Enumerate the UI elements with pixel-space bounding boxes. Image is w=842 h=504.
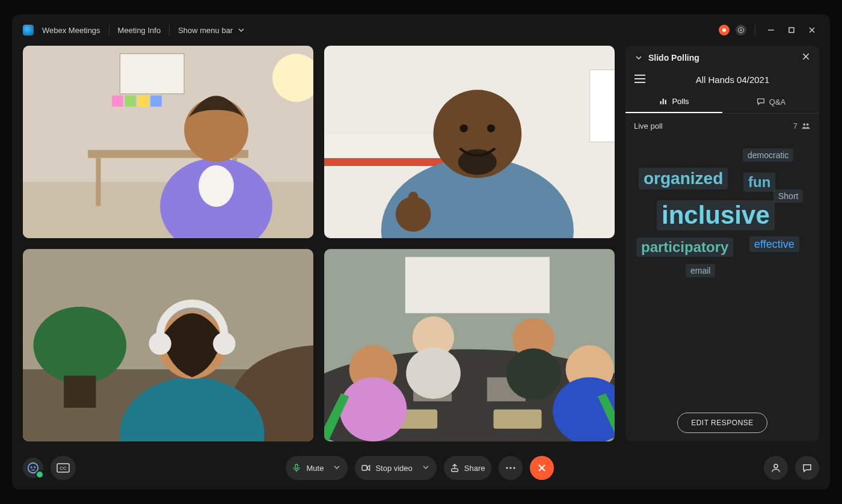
- slido-panel: Slido Polling All Hands 04/2021 Polls: [625, 46, 819, 441]
- svg-point-40: [149, 333, 171, 355]
- wordcloud-word: organized: [639, 168, 728, 189]
- tab-polls-label: Polls: [672, 97, 689, 106]
- panel-title: Slido Polling: [648, 53, 699, 63]
- participant-tile[interactable]: [23, 249, 313, 441]
- panel-menu-button[interactable]: [634, 74, 646, 85]
- tab-qa[interactable]: Q&A: [722, 90, 819, 113]
- bottombar-center: Mute Stop video Share: [286, 456, 553, 480]
- bottombar-left: CC: [23, 456, 76, 480]
- svg-rect-64: [665, 100, 666, 104]
- wordcloud-word: democratic: [743, 149, 793, 162]
- app-window: Webex Meetings Meeting Info Show menu ba…: [12, 14, 830, 490]
- svg-point-35: [34, 307, 127, 384]
- participant-tile[interactable]: [324, 249, 615, 441]
- svg-point-65: [803, 123, 805, 126]
- divider: [169, 25, 170, 35]
- participant-tile[interactable]: [23, 46, 313, 238]
- chevron-down-icon: [332, 463, 342, 472]
- poll-meta: Live poll 7: [625, 114, 819, 138]
- bot-icon: [26, 461, 40, 475]
- cc-icon: CC: [57, 463, 70, 473]
- more-options-button[interactable]: [499, 456, 523, 480]
- record-indicator-icon[interactable]: [719, 25, 730, 35]
- poll-status: Live poll: [634, 121, 663, 131]
- divider: [755, 25, 755, 35]
- wordcloud-word: participatory: [636, 238, 733, 257]
- wordcloud-word: fun: [743, 173, 775, 192]
- svg-text:CC: CC: [60, 466, 67, 471]
- divider: [109, 25, 109, 35]
- wordcloud-word: email: [686, 264, 715, 277]
- svg-point-78: [509, 467, 511, 469]
- bar-chart-icon: [659, 96, 668, 106]
- window-maximize-button[interactable]: [784, 23, 799, 37]
- wordcloud-word: Short: [773, 189, 803, 203]
- svg-rect-4: [789, 28, 794, 32]
- participants-button[interactable]: [764, 456, 788, 480]
- panel-subheader: All Hands 04/2021: [625, 69, 819, 90]
- svg-rect-32: [408, 192, 418, 209]
- ai-assistant-button[interactable]: [23, 458, 43, 478]
- share-button[interactable]: Share: [444, 456, 491, 480]
- app-name: Webex Meetings: [42, 26, 100, 35]
- panel-close-button[interactable]: [801, 52, 811, 63]
- svg-rect-10: [96, 158, 101, 206]
- bottombar: CC Mute Stop video Share: [12, 446, 830, 490]
- captions-button[interactable]: CC: [51, 456, 76, 480]
- svg-rect-25: [590, 70, 615, 142]
- wordcloud-word: effective: [749, 236, 799, 252]
- microphone-icon: [292, 463, 301, 473]
- close-icon: [801, 52, 811, 61]
- svg-point-30: [487, 124, 495, 132]
- main-area: Slido Polling All Hands 04/2021 Polls: [12, 46, 830, 446]
- meeting-info-link[interactable]: Meeting Info: [118, 26, 161, 35]
- mute-label: Mute: [306, 464, 324, 473]
- svg-rect-15: [138, 96, 149, 107]
- svg-point-0: [722, 28, 726, 32]
- participant-count: 7: [793, 121, 797, 131]
- participant-tile[interactable]: [324, 46, 615, 238]
- svg-point-66: [807, 123, 809, 126]
- topbar-left: Webex Meetings Meeting Info Show menu ba…: [23, 25, 246, 35]
- people-icon: [801, 121, 811, 131]
- end-call-button[interactable]: [530, 456, 554, 480]
- svg-point-29: [460, 124, 468, 132]
- svg-point-50: [340, 377, 407, 441]
- chat-bubble-icon: [802, 463, 813, 473]
- svg-rect-62: [660, 101, 662, 104]
- layout-button[interactable]: [736, 25, 746, 35]
- edit-response-button[interactable]: EDIT RESPONSE: [677, 413, 767, 433]
- chevron-down-icon: [236, 25, 246, 35]
- show-menu-bar-toggle[interactable]: Show menu bar: [178, 25, 246, 35]
- tab-polls[interactable]: Polls: [625, 90, 722, 113]
- mute-button[interactable]: Mute: [286, 456, 348, 480]
- svg-point-41: [213, 333, 235, 355]
- chevron-down-icon[interactable]: [634, 53, 644, 63]
- svg-marker-2: [740, 29, 742, 31]
- window-close-button[interactable]: [805, 23, 819, 37]
- share-icon: [450, 463, 459, 473]
- video-icon: [361, 463, 370, 473]
- chat-button[interactable]: [795, 456, 819, 480]
- wordcloud: democraticorganizedfunShortinclusivepart…: [625, 138, 819, 404]
- bottombar-right: [764, 456, 819, 480]
- wordcloud-word: inclusive: [657, 200, 775, 230]
- topbar-right: [719, 23, 819, 37]
- svg-point-69: [34, 467, 35, 469]
- svg-point-77: [506, 467, 508, 469]
- window-minimize-button[interactable]: [764, 23, 778, 37]
- svg-point-28: [458, 149, 497, 175]
- panel-footer: EDIT RESPONSE: [625, 404, 819, 441]
- svg-rect-63: [663, 99, 664, 104]
- video-options-button[interactable]: [417, 463, 434, 474]
- panel-header: Slido Polling: [625, 46, 819, 69]
- svg-rect-48: [494, 410, 542, 429]
- svg-point-68: [31, 467, 32, 469]
- stop-video-button[interactable]: Stop video: [355, 456, 436, 480]
- svg-rect-13: [112, 96, 123, 107]
- panel-tabs: Polls Q&A: [625, 90, 819, 114]
- svg-rect-43: [405, 257, 550, 313]
- svg-point-21: [198, 165, 234, 207]
- svg-point-79: [513, 467, 515, 469]
- mute-options-button[interactable]: [328, 463, 345, 474]
